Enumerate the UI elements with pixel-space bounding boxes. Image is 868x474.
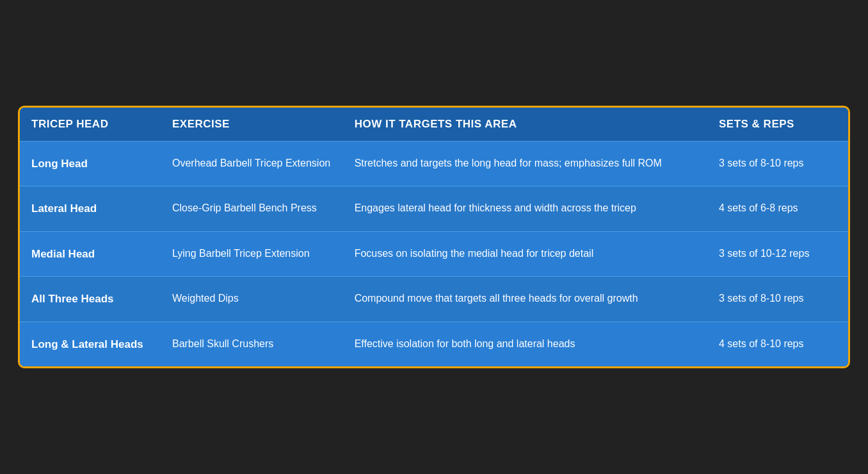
cell-exercise: Overhead Barbell Tricep Extension <box>161 141 343 186</box>
table-row: All Three HeadsWeighted DipsCompound mov… <box>20 277 848 322</box>
cell-tricep-head: Long Head <box>20 141 161 186</box>
cell-exercise: Close-Grip Barbell Bench Press <box>161 186 343 232</box>
cell-target: Stretches and targets the long head for … <box>343 141 707 186</box>
cell-target: Compound move that targets all three hea… <box>343 277 707 322</box>
cell-target: Focuses on isolating the medial head for… <box>343 231 707 277</box>
cell-sets: 4 sets of 6-8 reps <box>707 186 848 232</box>
cell-target: Effective isolation for both long and la… <box>343 322 707 366</box>
cell-sets: 3 sets of 10-12 reps <box>707 231 848 277</box>
cell-target: Engages lateral head for thickness and w… <box>343 186 707 232</box>
tricep-table-wrapper: TRICEP HEAD EXERCISE HOW IT TARGETS THIS… <box>18 106 850 369</box>
cell-tricep-head: Lateral Head <box>20 186 161 232</box>
cell-exercise: Weighted Dips <box>161 277 343 322</box>
header-sets: SETS & REPS <box>707 108 848 142</box>
header-exercise: EXERCISE <box>161 108 343 142</box>
tricep-table: TRICEP HEAD EXERCISE HOW IT TARGETS THIS… <box>20 108 848 367</box>
cell-tricep-head: All Three Heads <box>20 277 161 322</box>
table-header-row: TRICEP HEAD EXERCISE HOW IT TARGETS THIS… <box>20 108 848 142</box>
table-row: Medial HeadLying Barbell Tricep Extensio… <box>20 231 848 277</box>
cell-sets: 3 sets of 8-10 reps <box>707 277 848 322</box>
header-target: HOW IT TARGETS THIS AREA <box>343 108 707 142</box>
header-tricep-head: TRICEP HEAD <box>20 108 161 142</box>
table-row: Lateral HeadClose-Grip Barbell Bench Pre… <box>20 186 848 232</box>
cell-exercise: Barbell Skull Crushers <box>161 322 343 366</box>
cell-sets: 4 sets of 8-10 reps <box>707 322 848 366</box>
cell-tricep-head: Medial Head <box>20 231 161 277</box>
table-row: Long HeadOverhead Barbell Tricep Extensi… <box>20 141 848 186</box>
cell-sets: 3 sets of 8-10 reps <box>707 141 848 186</box>
cell-exercise: Lying Barbell Tricep Extension <box>161 231 343 277</box>
table-row: Long & Lateral HeadsBarbell Skull Crushe… <box>20 322 848 366</box>
cell-tricep-head: Long & Lateral Heads <box>20 322 161 366</box>
